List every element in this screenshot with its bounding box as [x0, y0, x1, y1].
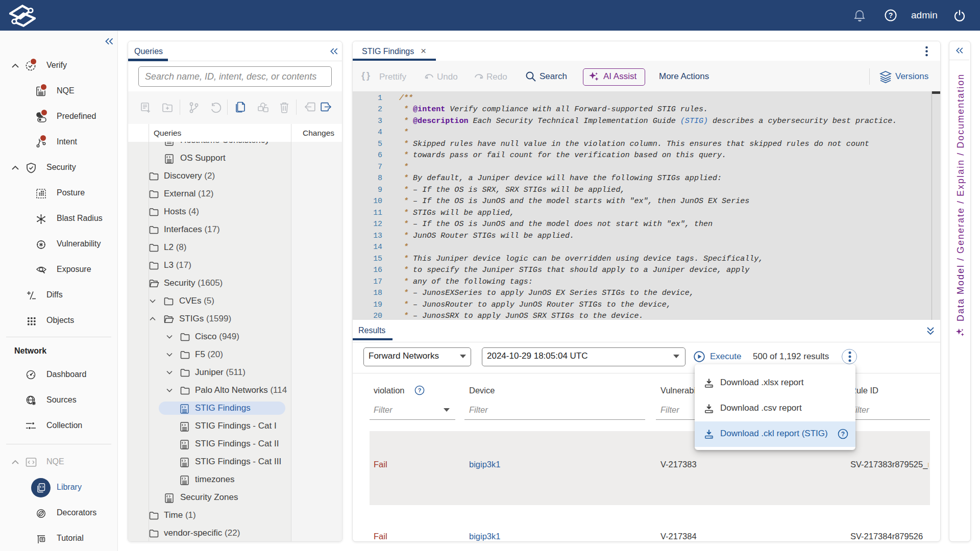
- svg-text:?: ?: [841, 431, 845, 438]
- svg-text:?: ?: [418, 387, 422, 393]
- svg-text:?: ?: [889, 11, 893, 19]
